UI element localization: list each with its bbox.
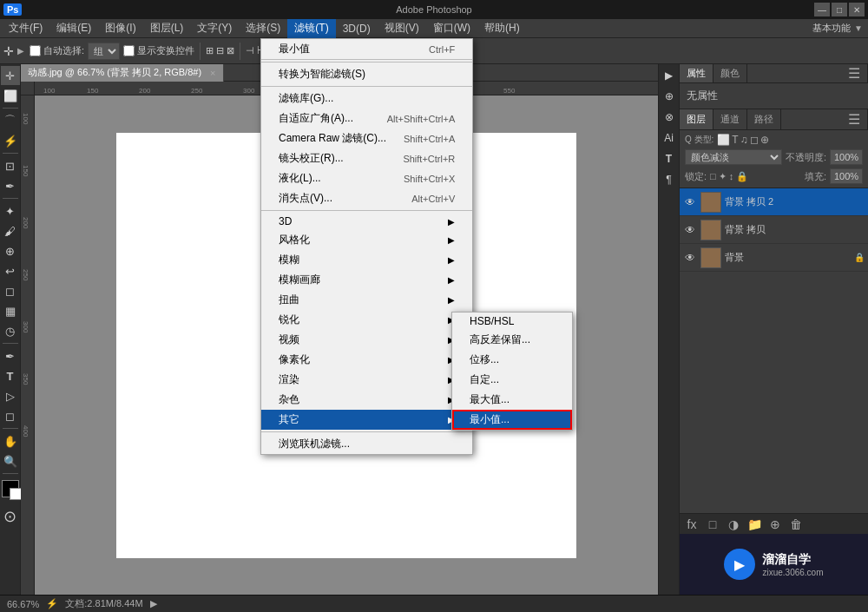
dodge-tool[interactable]: ◷ <box>1 321 20 340</box>
filter-item-minvalue-top[interactable]: 最小值 Ctrl+F <box>261 39 472 60</box>
rmini-btn-1[interactable]: ▶ <box>660 66 679 85</box>
filter-item-3d[interactable]: 3D ▶ <box>261 213 472 230</box>
fx-button[interactable]: fx <box>683 517 700 531</box>
titlebar-controls[interactable]: — □ ✕ <box>814 3 865 16</box>
submenu-offset[interactable]: 位移... <box>452 350 572 370</box>
move-tool[interactable]: ✛ <box>1 66 20 85</box>
menu-select[interactable]: 选择(S) <box>239 19 287 38</box>
filter-item-smart[interactable]: 转换为智能滤镜(S) <box>261 64 472 84</box>
hand-tool[interactable]: ✋ <box>1 431 20 451</box>
filter-item-noise[interactable]: 杂色 ▶ <box>261 390 472 410</box>
layer-eye-3[interactable]: 👁 <box>683 251 697 265</box>
rmini-btn-3[interactable]: ⊗ <box>660 108 679 127</box>
filter-item-stylize[interactable]: 风格化 ▶ <box>261 230 472 250</box>
zoom-tool[interactable]: 🔍 <box>1 451 20 471</box>
menu-file[interactable]: 文件(F) <box>2 19 49 38</box>
kind-icon-4[interactable]: ◻ <box>750 134 759 146</box>
text-tool[interactable]: T <box>1 366 20 385</box>
lasso-tool[interactable]: ⌒ <box>1 111 20 130</box>
path-tool[interactable]: ▷ <box>1 386 20 405</box>
submenu-custom[interactable]: 自定... <box>452 370 572 390</box>
gradient-tool[interactable]: ▦ <box>1 301 20 320</box>
menu-edit[interactable]: 编辑(E) <box>49 19 98 38</box>
rmini-btn-5[interactable]: T <box>660 149 679 168</box>
history-brush[interactable]: ↩ <box>1 261 20 280</box>
kind-icon-1[interactable]: ⬜ <box>717 134 730 146</box>
opacity-input[interactable] <box>830 149 863 165</box>
lock-icon-3[interactable]: ↕ <box>729 171 734 182</box>
filter-item-other[interactable]: 其它 ▶ <box>261 410 472 430</box>
transform-checkbox[interactable] <box>123 45 135 56</box>
tab-color[interactable]: 颜色 <box>713 64 747 82</box>
kind-icon-3[interactable]: ♫ <box>740 134 748 146</box>
menu-help[interactable]: 帮助(H) <box>477 19 527 38</box>
clone-tool[interactable]: ⊕ <box>1 241 20 260</box>
lock-icon-1[interactable]: □ <box>710 171 716 182</box>
doc-tab-item[interactable]: 动感.jpg @ 66.7% (背景 拷贝 2, RGB/8#) × <box>21 64 224 82</box>
tab-channels[interactable]: 通道 <box>713 109 747 129</box>
mask-button[interactable]: □ <box>704 517 721 531</box>
filter-item-vanish[interactable]: 消失点(V)... Alt+Ctrl+V <box>261 188 472 208</box>
submenu-minval[interactable]: 最小值... <box>452 410 572 430</box>
layer-panel-menu[interactable]: ☰ <box>841 109 868 129</box>
layer-item-2[interactable]: 👁 背景 拷贝 <box>680 216 868 244</box>
auto-select-dropdown[interactable]: 组 <box>88 43 120 60</box>
brush-tool[interactable]: 🖌 <box>1 221 20 240</box>
layer-eye-1[interactable]: 👁 <box>683 195 697 209</box>
filter-item-browse[interactable]: 浏览联机滤镜... <box>261 434 472 454</box>
menu-3d[interactable]: 3D(D) <box>336 19 378 38</box>
tab-properties[interactable]: 属性 <box>680 64 713 82</box>
layer-item-1[interactable]: 👁 背景 拷贝 2 <box>680 188 868 216</box>
group-button[interactable]: 📁 <box>746 517 763 531</box>
filter-item-sharpen[interactable]: 锐化 ▶ <box>261 310 472 330</box>
eyedropper-tool[interactable]: ✒ <box>1 176 20 195</box>
heal-tool[interactable]: ✦ <box>1 201 20 220</box>
tab-paths[interactable]: 路径 <box>747 109 781 129</box>
lock-icon-2[interactable]: ✦ <box>719 171 727 182</box>
filter-item-liquefy[interactable]: 液化(L)... Shift+Ctrl+X <box>261 168 472 188</box>
menu-filter[interactable]: 滤镜(T) <box>287 19 335 38</box>
adjustment-button[interactable]: ◑ <box>725 517 742 531</box>
layer-item-3[interactable]: 👁 背景 🔒 <box>680 244 868 272</box>
lock-icon-4[interactable]: 🔒 <box>736 171 748 182</box>
shape-tool[interactable]: ◻ <box>1 406 20 425</box>
rmini-btn-6[interactable]: ¶ <box>660 170 679 189</box>
submenu-maxval[interactable]: 最大值... <box>452 390 572 410</box>
new-layer-button[interactable]: ⊕ <box>766 517 784 531</box>
kind-icon-5[interactable]: ⊕ <box>760 134 769 146</box>
foreground-color[interactable] <box>2 480 19 497</box>
filter-item-blur[interactable]: 模糊 ▶ <box>261 250 472 270</box>
submenu-highpass[interactable]: 高反差保留... <box>452 330 572 350</box>
fill-input[interactable] <box>830 168 863 184</box>
background-color[interactable] <box>10 488 22 500</box>
doc-tab-close[interactable]: × <box>210 68 215 78</box>
menu-window[interactable]: 窗口(W) <box>426 19 477 38</box>
quick-mask-icon[interactable]: ⊙ <box>3 507 16 526</box>
statusbar-icon[interactable]: ⚡ <box>46 598 58 609</box>
wand-tool[interactable]: ⚡ <box>1 131 20 150</box>
filter-item-gallery[interactable]: 滤镜库(G)... <box>261 89 472 109</box>
eraser-tool[interactable]: ◻ <box>1 281 20 300</box>
blend-mode-select[interactable]: 颜色减淡 <box>685 149 782 165</box>
filter-item-video[interactable]: 视频 ▶ <box>261 330 472 350</box>
auto-select-check[interactable]: 自动选择: <box>30 44 84 57</box>
filter-item-render[interactable]: 渲染 ▶ <box>261 370 472 390</box>
menu-layer[interactable]: 图层(L) <box>143 19 191 38</box>
panel-menu-icon[interactable]: ☰ <box>841 64 868 82</box>
rmini-btn-2[interactable]: ⊕ <box>660 87 679 106</box>
filter-item-cameraraw[interactable]: Camera Raw 滤镜(C)... Shift+Ctrl+A <box>261 128 472 148</box>
menu-view[interactable]: 视图(V) <box>378 19 426 38</box>
transform-check[interactable]: 显示变换控件 <box>123 44 194 57</box>
delete-layer-button[interactable]: 🗑 <box>787 517 805 531</box>
pen-tool[interactable]: ✒ <box>1 346 20 365</box>
crop-tool[interactable]: ⊡ <box>1 156 20 175</box>
minimize-button[interactable]: — <box>814 3 830 16</box>
filter-item-pixelate[interactable]: 像素化 ▶ <box>261 350 472 370</box>
kind-icon-2[interactable]: T <box>732 134 738 146</box>
layer-eye-2[interactable]: 👁 <box>683 223 697 237</box>
maximize-button[interactable]: □ <box>832 3 847 16</box>
auto-select-checkbox[interactable] <box>30 45 41 56</box>
rmini-btn-4[interactable]: Ai <box>660 128 679 148</box>
menu-image[interactable]: 图像(I) <box>98 19 142 38</box>
menu-text[interactable]: 文字(Y) <box>190 19 239 38</box>
